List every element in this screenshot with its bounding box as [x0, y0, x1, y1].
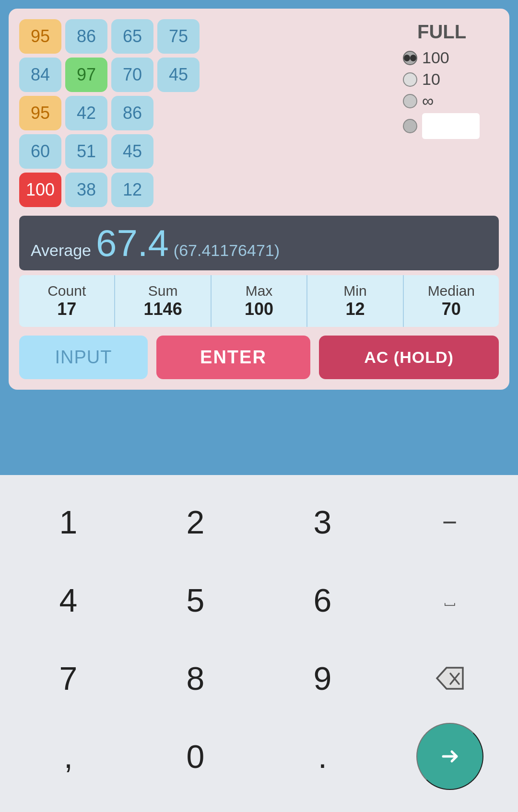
- key-4[interactable]: 4: [5, 563, 132, 637]
- average-big-value: 67.4: [96, 224, 169, 262]
- min-label: Min: [343, 283, 366, 299]
- options-panel: FULL 100 10 ∞: [403, 19, 499, 139]
- key-3[interactable]: 3: [259, 485, 386, 559]
- num-badge[interactable]: 45: [111, 134, 153, 169]
- average-label: Average: [31, 241, 91, 260]
- blue-spacer: [0, 390, 518, 475]
- radio-inf[interactable]: ∞: [403, 92, 434, 110]
- stat-max: Max 100: [212, 275, 307, 327]
- radio-circle-100[interactable]: [403, 51, 417, 65]
- keyboard: 1 2 3 − 4 5 6 ⎵ 7 8 9 , 0 .: [0, 475, 518, 812]
- radio-circle-10[interactable]: [403, 72, 417, 87]
- radio-100[interactable]: 100: [403, 48, 449, 67]
- stats-row: Count 17 Sum 1146 Max 100 Min 12 Median …: [19, 275, 499, 327]
- average-precise-value: (67.41176471): [174, 241, 280, 260]
- num-badge[interactable]: 42: [65, 96, 107, 130]
- key-row-3: 7 8 9: [5, 641, 513, 715]
- number-row-5: 100 38 12: [19, 173, 200, 207]
- input-button[interactable]: INPUT: [19, 336, 148, 379]
- num-badge[interactable]: 100: [19, 173, 61, 207]
- key-minus[interactable]: −: [386, 485, 513, 559]
- numbers-and-options: 95 86 65 75 84 97 70 45 95 42 86 60 51: [19, 19, 499, 207]
- num-badge[interactable]: 60: [19, 134, 61, 169]
- radio-10[interactable]: 10: [403, 70, 440, 89]
- key-space[interactable]: ⎵: [386, 563, 513, 637]
- radio-100-label: 100: [422, 48, 449, 67]
- key-5[interactable]: 5: [132, 563, 259, 637]
- num-badge[interactable]: 95: [19, 96, 61, 130]
- min-value: 12: [345, 299, 365, 319]
- radio-10-label: 10: [422, 70, 440, 89]
- custom-value-input[interactable]: [422, 113, 480, 139]
- median-value: 70: [442, 299, 461, 319]
- number-grid: 95 86 65 75 84 97 70 45 95 42 86 60 51: [19, 19, 200, 207]
- top-panel: 95 86 65 75 84 97 70 45 95 42 86 60 51: [9, 9, 509, 390]
- key-8[interactable]: 8: [132, 641, 259, 715]
- key-go[interactable]: [416, 723, 483, 790]
- number-row-2: 84 97 70 45: [19, 58, 200, 92]
- num-badge[interactable]: 86: [111, 96, 153, 130]
- num-badge[interactable]: 38: [65, 173, 107, 207]
- max-label: Max: [246, 283, 273, 299]
- sum-label: Sum: [148, 283, 178, 299]
- key-comma[interactable]: ,: [5, 719, 132, 794]
- ac-button[interactable]: AC (HOLD): [319, 336, 499, 379]
- key-dot[interactable]: .: [259, 719, 386, 794]
- average-bar: Average 67.4 (67.41176471): [19, 216, 499, 270]
- max-value: 100: [245, 299, 273, 319]
- stat-min: Min 12: [307, 275, 403, 327]
- num-badge[interactable]: 45: [157, 58, 200, 92]
- radio-circle-inf[interactable]: [403, 94, 417, 108]
- num-badge[interactable]: 70: [111, 58, 153, 92]
- key-0[interactable]: 0: [132, 719, 259, 794]
- num-badge[interactable]: 97: [65, 58, 107, 92]
- average-display: Average 67.4 (67.41176471): [31, 224, 487, 262]
- key-1[interactable]: 1: [5, 485, 132, 559]
- num-badge[interactable]: 75: [157, 19, 200, 54]
- action-buttons: INPUT ENTER AC (HOLD): [19, 336, 499, 379]
- key-row-2: 4 5 6 ⎵: [5, 563, 513, 637]
- num-badge[interactable]: 86: [65, 19, 107, 54]
- count-value: 17: [57, 299, 76, 319]
- num-badge[interactable]: 51: [65, 134, 107, 169]
- number-row-3: 95 42 86: [19, 96, 200, 130]
- key-2[interactable]: 2: [132, 485, 259, 559]
- key-9[interactable]: 9: [259, 641, 386, 715]
- sum-value: 1146: [144, 299, 182, 319]
- number-row-1: 95 86 65 75: [19, 19, 200, 54]
- full-label: FULL: [417, 21, 466, 43]
- count-label: Count: [47, 283, 86, 299]
- number-row-4: 60 51 45: [19, 134, 200, 169]
- num-badge[interactable]: 12: [111, 173, 153, 207]
- stat-median: Median 70: [404, 275, 499, 327]
- custom-input-row: [403, 113, 480, 139]
- key-row-4: , 0 .: [5, 719, 513, 794]
- num-badge[interactable]: 65: [111, 19, 153, 54]
- num-badge[interactable]: 95: [19, 19, 61, 54]
- key-backspace[interactable]: [386, 641, 513, 715]
- enter-button[interactable]: ENTER: [156, 336, 310, 379]
- radio-circle-custom[interactable]: [403, 119, 417, 133]
- stat-sum: Sum 1146: [115, 275, 211, 327]
- num-badge[interactable]: 84: [19, 58, 61, 92]
- stat-count: Count 17: [19, 275, 115, 327]
- radio-inf-label: ∞: [422, 92, 434, 110]
- key-go-container: [386, 719, 513, 794]
- key-6[interactable]: 6: [259, 563, 386, 637]
- median-label: Median: [428, 283, 475, 299]
- key-7[interactable]: 7: [5, 641, 132, 715]
- key-row-1: 1 2 3 −: [5, 485, 513, 559]
